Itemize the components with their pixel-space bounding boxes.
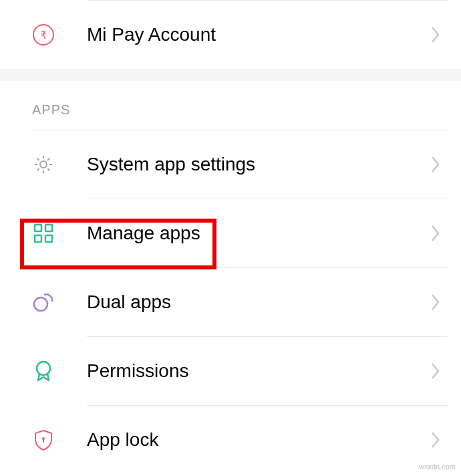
row-label: System app settings bbox=[87, 154, 430, 175]
chevron-right-icon bbox=[430, 25, 441, 44]
svg-text:₹: ₹ bbox=[40, 29, 47, 41]
dual-circles-icon bbox=[32, 291, 55, 314]
svg-rect-3 bbox=[35, 225, 41, 231]
svg-rect-4 bbox=[45, 225, 52, 231]
chevron-right-icon bbox=[430, 155, 441, 174]
section-gap bbox=[0, 69, 461, 81]
svg-point-2 bbox=[40, 161, 47, 168]
chevron-right-icon bbox=[430, 431, 441, 449]
top-section: ₹ Mi Pay Account bbox=[0, 0, 461, 69]
svg-point-8 bbox=[37, 362, 50, 375]
watermark: wsxdn.com bbox=[419, 463, 456, 471]
shield-lock-icon bbox=[32, 429, 55, 451]
row-system-app-settings[interactable]: System app settings bbox=[0, 130, 461, 199]
svg-rect-6 bbox=[45, 235, 52, 242]
row-label: Dual apps bbox=[87, 291, 430, 313]
chevron-right-icon bbox=[430, 362, 441, 380]
row-dual-apps[interactable]: Dual apps bbox=[0, 268, 461, 336]
row-label: Manage apps bbox=[87, 223, 430, 244]
row-label: App lock bbox=[87, 429, 430, 451]
grid-apps-icon bbox=[32, 222, 55, 245]
svg-rect-10 bbox=[43, 439, 44, 443]
rupee-circle-icon: ₹ bbox=[32, 23, 55, 46]
gear-icon bbox=[32, 153, 55, 176]
row-app-lock[interactable]: App lock bbox=[0, 406, 461, 474]
chevron-right-icon bbox=[430, 224, 441, 243]
chevron-right-icon bbox=[430, 293, 441, 312]
svg-point-7 bbox=[34, 298, 47, 311]
badge-ribbon-icon bbox=[32, 360, 55, 382]
row-manage-apps[interactable]: Manage apps bbox=[0, 199, 461, 267]
section-header-apps: APPS bbox=[0, 81, 461, 130]
row-label: Mi Pay Account bbox=[87, 24, 430, 45]
svg-rect-5 bbox=[35, 235, 41, 242]
row-mi-pay-account[interactable]: ₹ Mi Pay Account bbox=[0, 1, 461, 69]
row-permissions[interactable]: Permissions bbox=[0, 337, 461, 405]
row-label: Permissions bbox=[87, 360, 430, 382]
